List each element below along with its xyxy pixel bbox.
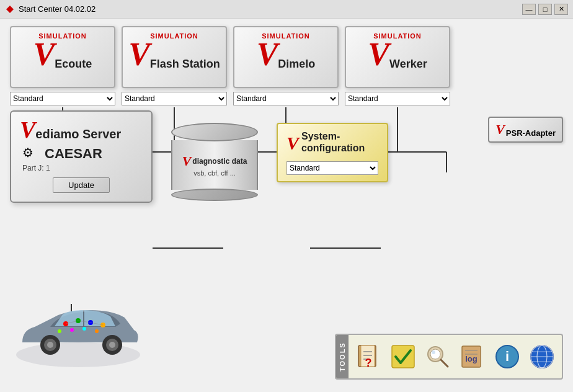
sysconfig-line1: System- bbox=[301, 130, 365, 142]
db-v-letter: V bbox=[182, 153, 192, 169]
window-title: Start Center 04.02.02 bbox=[19, 4, 96, 14]
ecoute-sim-label: SIMULATION bbox=[38, 32, 87, 40]
svg-line-37 bbox=[441, 360, 448, 367]
maximize-button[interactable]: □ bbox=[538, 4, 552, 15]
db-top bbox=[171, 123, 258, 141]
diagnostic-db[interactable]: V diagnostic data vsb, cbf, cff ... bbox=[171, 123, 258, 201]
dimelo-v-letter: V bbox=[257, 38, 278, 71]
svg-point-36 bbox=[430, 349, 440, 359]
db-line1: diagnostic data bbox=[192, 157, 247, 166]
svg-text:log: log bbox=[465, 354, 477, 363]
globe-icon[interactable] bbox=[527, 342, 557, 372]
app-icon bbox=[5, 4, 15, 14]
dropdowns-row: Standard Standard Standard Standard bbox=[10, 92, 563, 105]
ecoute-app-name: Ecoute bbox=[55, 58, 92, 71]
middle-section: V ediamo Server ⚙ CAESAR Part J: 1 Updat… bbox=[10, 110, 563, 203]
svg-point-21 bbox=[70, 328, 74, 332]
app-cards-row: SIMULATION V Ecoute SIMULATION V Flash S… bbox=[10, 26, 563, 88]
sysconfig-dropdown[interactable]: Standard bbox=[286, 161, 378, 175]
ecoute-v-letter: V bbox=[33, 38, 55, 71]
title-bar: Start Center 04.02.02 — □ ✕ bbox=[0, 0, 573, 19]
db-body: V diagnostic data vsb, cbf, cff ... bbox=[171, 140, 258, 190]
flash-v-letter: V bbox=[128, 38, 150, 71]
svg-text:?: ? bbox=[365, 357, 372, 369]
werker-app-name: Werker bbox=[389, 58, 427, 71]
werker-sim-label: SIMULATION bbox=[373, 32, 422, 40]
checkmark-icon[interactable] bbox=[388, 342, 418, 372]
flash-app-name: Flash Station bbox=[150, 58, 220, 71]
flash-sim-label: SIMULATION bbox=[150, 32, 198, 40]
search-zoom-icon[interactable] bbox=[423, 342, 453, 372]
werker-v-letter: V bbox=[368, 38, 389, 71]
ecoute-card[interactable]: SIMULATION V Ecoute bbox=[10, 26, 115, 88]
svg-point-24 bbox=[58, 329, 61, 333]
svg-point-13 bbox=[47, 342, 53, 348]
svg-point-16 bbox=[109, 342, 115, 348]
vediamo-v-letter: V bbox=[20, 118, 35, 141]
svg-point-23 bbox=[95, 329, 99, 333]
part-label: Part J: 1 bbox=[22, 164, 143, 172]
caesar-icon: ⚙ bbox=[22, 145, 40, 163]
svg-point-22 bbox=[82, 327, 86, 331]
close-button[interactable]: ✕ bbox=[554, 4, 568, 15]
log-icon[interactable]: log bbox=[458, 342, 487, 372]
svg-text:i: i bbox=[505, 349, 509, 364]
update-button[interactable]: Update bbox=[53, 177, 110, 193]
caesar-label: CAESAR bbox=[45, 146, 102, 162]
dimelo-dropdown[interactable]: Standard bbox=[233, 92, 339, 105]
tools-bar: TOOLS ? bbox=[335, 334, 563, 380]
flash-station-card[interactable]: SIMULATION V Flash Station bbox=[122, 26, 227, 88]
sysconfig-v-letter: V bbox=[286, 133, 299, 154]
vediamo-server-box[interactable]: V ediamo Server ⚙ CAESAR Part J: 1 Updat… bbox=[10, 110, 153, 203]
system-config-box[interactable]: V System- configuration Standard bbox=[277, 123, 388, 182]
vediamo-title-text: ediamo Server bbox=[35, 128, 121, 141]
dimelo-app-name: Dimelo bbox=[278, 58, 315, 71]
book-icon[interactable]: ? bbox=[353, 342, 383, 372]
svg-point-38 bbox=[432, 350, 435, 354]
flash-dropdown[interactable]: Standard bbox=[122, 92, 227, 105]
ecoute-dropdown[interactable]: Standard bbox=[10, 92, 115, 105]
werker-card[interactable]: SIMULATION V Werker bbox=[345, 26, 450, 88]
dimelo-sim-label: SIMULATION bbox=[262, 32, 310, 40]
minimize-button[interactable]: — bbox=[522, 4, 536, 15]
sysconfig-line2: configuration bbox=[301, 142, 365, 154]
db-bottom bbox=[171, 189, 258, 201]
tools-label: TOOLS bbox=[336, 335, 349, 378]
dimelo-card[interactable]: SIMULATION V Dimelo bbox=[233, 26, 339, 88]
werker-dropdown[interactable]: Standard bbox=[345, 92, 450, 105]
db-line2: vsb, cbf, cff ... bbox=[193, 169, 236, 177]
info-icon[interactable]: i bbox=[492, 342, 522, 372]
car-image bbox=[10, 293, 146, 380]
